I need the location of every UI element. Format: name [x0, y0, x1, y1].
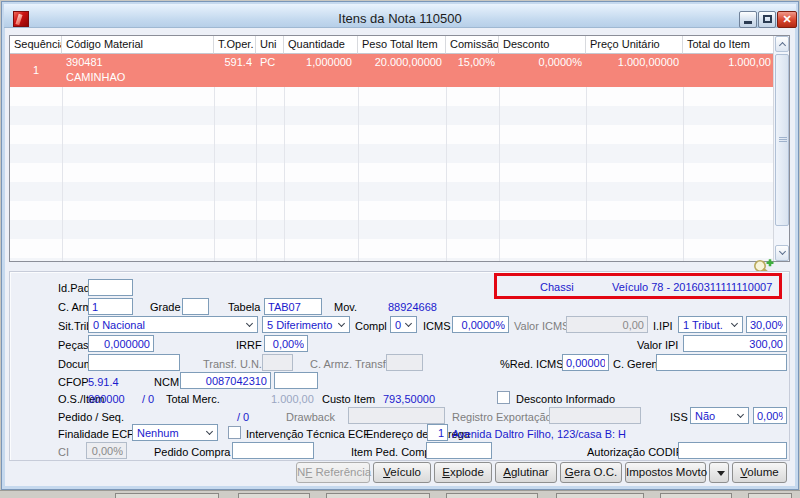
ci-input [86, 442, 127, 459]
scrollbar-thumb[interactable] [775, 54, 789, 226]
sit-trib2-dropdown[interactable]: 5 Diferimento [262, 316, 350, 333]
col-header-peso-total[interactable]: Peso Total Item [358, 36, 446, 54]
id-padrao-input[interactable] [88, 279, 133, 296]
col-header-total-item[interactable]: Total do Item [683, 36, 775, 54]
intervencao-ecf-checkbox[interactable] [228, 426, 241, 439]
chassi-link[interactable]: Chassi [540, 281, 574, 293]
cell-quantidade: 1,000000 [286, 56, 352, 68]
volume-button[interactable]: Volume [732, 462, 787, 483]
registro-exportacao-label: Registro Exportação [452, 411, 552, 423]
col-header-toper[interactable]: T.Oper. [214, 36, 256, 54]
irrf-label: IRRF [236, 339, 262, 351]
ncm-input[interactable] [180, 372, 271, 389]
impostos-movto-dropdown-button[interactable] [709, 462, 729, 483]
maximize-button[interactable] [758, 11, 776, 28]
cfop-value: 5.91.4 [88, 376, 119, 388]
transf-un-input [262, 354, 293, 371]
col-header-codigo-material[interactable]: Código Material [62, 36, 214, 54]
finalidade-ecf-label: Finalidade ECF [58, 428, 134, 440]
chevron-down-icon [206, 428, 213, 435]
col-header-quantidade[interactable]: Quantidade [284, 36, 358, 54]
total-merc-value: 1.000,00 [271, 393, 314, 405]
iss-dropdown[interactable]: Não [690, 407, 749, 424]
iipi-pct-input[interactable] [746, 316, 787, 333]
registro-exportacao-input [549, 407, 641, 424]
chevron-down-icon [246, 320, 253, 327]
documento-input[interactable] [88, 354, 180, 371]
cell-codigo-descricao: CAMINHAO [66, 71, 212, 83]
grade-input[interactable] [182, 298, 209, 315]
veiculo-button[interactable]: Veículo [373, 462, 431, 483]
compl-label: Compl [355, 320, 387, 332]
cell-sequencia: 1 [10, 54, 62, 87]
red-icms-label: %Red. ICMS [500, 358, 564, 370]
nf-referencia-button: NF Referência [296, 462, 370, 483]
col-header-sequencia[interactable]: Sequência [10, 36, 62, 54]
col-header-comissao[interactable]: Comissão [446, 36, 499, 54]
aglutinar-button[interactable]: Aglutinar [495, 462, 557, 483]
drawback-input [348, 407, 445, 424]
item-ped-compra-input[interactable] [426, 442, 492, 459]
desconto-informado-label: Desconto Informado [516, 393, 615, 405]
col-header-desconto[interactable]: Desconto [499, 36, 586, 54]
title-bar[interactable]: Itens da Nota 110500 ✕ [4, 4, 796, 28]
endereco-entrega-input[interactable] [427, 424, 448, 441]
endereco-entrega-address: Avenida Daltro Filho, 123/casa B: H [452, 428, 626, 440]
cell-codigo: 390481 [66, 56, 212, 68]
pedido-compra-input[interactable] [232, 442, 314, 459]
grade-label: Grade [150, 301, 181, 313]
explode-button[interactable]: Explode [434, 462, 492, 483]
table-scrollbar[interactable] [773, 36, 789, 261]
sit-trib-dropdown[interactable]: 0 Nacional [88, 316, 258, 333]
annotation-highlight-box: Chassi Veículo 78 - 20160311111110007 [494, 273, 782, 299]
veiculo-chassi-value[interactable]: Veículo 78 - 20160311111110007 [612, 281, 772, 293]
ncm-extra-input[interactable] [274, 372, 318, 389]
minimize-button[interactable] [739, 11, 757, 28]
table-row-selected[interactable]: 1 390481 CAMINHAO 591.4 PC 1,000000 20.0… [10, 54, 773, 87]
scroll-up-button[interactable] [775, 36, 789, 52]
chevron-down-icon [737, 411, 744, 418]
pedido-seq-label: Pedido / Seq. [58, 411, 124, 423]
c-gerencial-input[interactable] [656, 354, 787, 371]
finalidade-ecf-dropdown[interactable]: Nenhum [132, 424, 218, 441]
c-armz-transf-label: C. Armz. Transf. [310, 358, 389, 370]
close-icon: ✕ [782, 13, 791, 25]
transf-un-label: Transf. U.N. [203, 358, 262, 370]
gera-oc-button[interactable]: Gera O.C. [560, 462, 622, 483]
compl-dropdown[interactable]: 0 [390, 316, 417, 333]
chevron-down-icon [731, 320, 738, 327]
scroll-down-button[interactable] [775, 245, 789, 261]
iss-pct-input[interactable] [753, 407, 787, 424]
red-icms-input[interactable] [562, 354, 609, 371]
valor-ipi-input[interactable] [683, 335, 787, 352]
items-table: Sequência Código Material T.Oper. Uni Qu… [9, 35, 790, 262]
cell-uni: PC [260, 56, 282, 68]
tabela-input[interactable] [264, 298, 322, 315]
os-item-value: 000000 [88, 393, 125, 405]
os-item-seq: / 0 [142, 393, 154, 405]
impostos-movto-button[interactable]: Impostos Movto [625, 462, 706, 483]
desconto-informado-checkbox[interactable] [497, 391, 510, 404]
iipi-dropdown[interactable]: 1 Tribut. [678, 316, 743, 333]
cell-toper: 591.4 [216, 56, 252, 68]
ncm-label: NCM [154, 376, 179, 388]
chevron-down-icon [405, 320, 412, 327]
cell-desconto: 0,0000% [501, 56, 582, 68]
col-header-uni[interactable]: Uni [256, 36, 284, 54]
irrf-input[interactable] [264, 335, 308, 352]
ci-label: CI [58, 446, 69, 458]
icms-input[interactable] [452, 316, 509, 333]
window-title: Itens da Nota 110500 [4, 11, 796, 26]
pecas-input[interactable] [88, 335, 154, 352]
chevron-up-icon [779, 42, 786, 49]
cell-preco: 1.000,00000 [588, 56, 679, 68]
c-arm-input[interactable] [88, 298, 133, 315]
valor-icms-label: Valor ICMS [514, 320, 569, 332]
autorizacao-codif-input[interactable] [678, 442, 787, 459]
valor-ipi-label: Valor IPI [637, 339, 678, 351]
close-button[interactable]: ✕ [777, 11, 797, 28]
total-merc-label: Total Merc. [166, 393, 220, 405]
table-empty-rows [10, 87, 773, 261]
custo-item-value: 793,50000 [383, 393, 435, 405]
col-header-preco-unitario[interactable]: Preço Unitário [586, 36, 683, 54]
